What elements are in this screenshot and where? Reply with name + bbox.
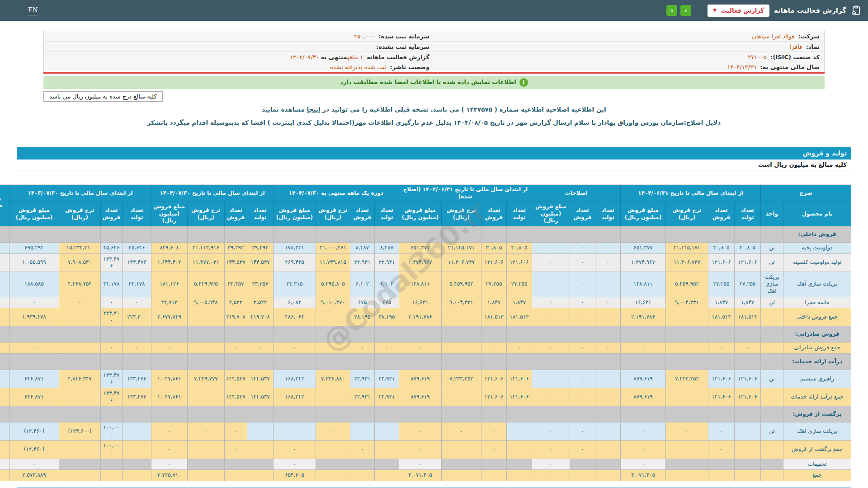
value-cell: ۲۲,۹۳۱	[374, 388, 399, 406]
column-sub-header: مبلغ فروش (میلیون ریال)	[273, 202, 316, 226]
value-cell	[532, 353, 570, 370]
value-cell: ۲۲,۹۳۱	[374, 253, 399, 272]
issuer-status-cell: وضعیت ناشر: ثبت شده پذیرفته نشده	[44, 62, 434, 73]
value-cell: ۲۶۹,۴۳۵	[273, 253, 316, 272]
value-cell	[595, 441, 620, 459]
value-cell: ۰	[399, 422, 441, 441]
status-cell	[0, 326, 9, 343]
column-sub-header: مبلغ فروش (میلیون ریال)	[532, 202, 570, 226]
value-cell	[59, 343, 100, 354]
status-cell: تولید	[0, 253, 9, 272]
column-sub-header: مبلغ فروش (میلیون ریال)	[399, 202, 441, 226]
table-row: راهبري سیستمتن۱۲۱,۶۰۶۱۲۱,۶۰۶۷,۲۳۳,۳۵۲۸۷۹…	[0, 370, 851, 388]
unit-cell	[760, 441, 783, 459]
value-cell	[734, 470, 760, 481]
value-cell	[506, 406, 532, 422]
product-name-cell: دولومیت پخته	[783, 242, 851, 253]
value-cell	[316, 326, 350, 343]
value-cell	[708, 459, 734, 470]
value-cell: ۸۷۹,۶۱۹	[620, 370, 665, 388]
column-sub-header: نرخ فروش (ریال)	[441, 202, 481, 226]
value-cell: ۱۲۱,۶۰۶	[481, 253, 506, 272]
column-group-header: شرح	[760, 185, 851, 202]
value-cell: ۴۵,۶۴۶	[122, 242, 151, 253]
value-cell: ۰	[665, 422, 708, 441]
value-cell: ۱,۸۴۷	[734, 297, 760, 308]
value-cell	[506, 326, 532, 343]
report-period-prefix: گزارش فعالیت ماهانه	[367, 54, 429, 61]
value-cell: ۸,۴۸۷	[374, 242, 399, 253]
revision-reason: دلایل اصلاح:سازمان بورس واوراق بهادار با…	[0, 119, 868, 126]
value-cell: ۰	[570, 272, 595, 297]
value-cell	[506, 422, 532, 441]
value-cell: ۶۵۴,۳۰۵	[273, 470, 316, 481]
status-cell	[0, 441, 9, 459]
column-sub-header: نرخ فروش (ریال)	[59, 202, 100, 226]
value-cell: ۰	[273, 343, 316, 354]
value-cell: ۰	[399, 459, 441, 470]
value-cell	[374, 406, 399, 422]
value-cell	[665, 388, 708, 406]
report-type-dropdown[interactable]: گزارش فعالیت ▼	[708, 5, 769, 17]
column-group-header: دوره یک ماهه منتهی به ۱۴۰۴/۰۷/۳۰	[273, 185, 399, 202]
value-cell	[570, 406, 595, 422]
value-cell: ۰	[151, 459, 187, 470]
value-cell: ۸۷۹,۶۱۹	[399, 370, 441, 388]
signed-match-text: اطلاعات نمایش داده شده با اطلاعات امضا ش…	[340, 79, 516, 85]
table-row: تخفیفات۰۰۰۰۰۰	[0, 459, 851, 470]
column-sub-header: تعداد فروش	[100, 202, 122, 226]
value-cell: ۷,۲۴۹,۷۷۷	[187, 370, 224, 388]
previous-version-link[interactable]: اینجا	[307, 106, 321, 113]
value-cell: ۲,۱۹۱,۷۸۶	[620, 308, 665, 326]
table-row: تولید دولومیت کلسینهتن۱۲۱,۶۰۶۱۲۱,۶۰۶۱۱,۳…	[0, 253, 851, 272]
unit-cell	[760, 343, 783, 354]
value-cell	[151, 406, 187, 422]
registered-capital-label: سرمایه ثبت شده:	[378, 33, 429, 40]
fiscal-year-label: سال مالی منتهی به:	[760, 64, 820, 70]
value-cell	[481, 470, 506, 481]
report-period-date: ۱۴۰۴/۰۷/۳۰	[290, 54, 319, 61]
value-cell: ۱۱,۳۰۶,۷۳۷	[665, 253, 708, 272]
column-sub-header: مبلغ فروش (میلیون ریال)	[151, 202, 187, 226]
value-cell: ۱,۸۴۷	[506, 297, 532, 308]
value-cell: ۰	[532, 422, 570, 441]
next-report-button[interactable]: ›	[680, 5, 691, 16]
value-cell	[374, 326, 399, 343]
amounts-note-row: کلیه مبالغ درج شده به میلیون ریال می باش…	[43, 91, 825, 102]
table-row: کد صنعت (ISIC): ۲۷۱۰۰۵ گزارش فعالیت ماها…	[44, 52, 825, 62]
company-info: شرکت: فولاد افزا سپاهان سرمایه ثبت شده: …	[43, 31, 825, 74]
unregistered-capital-label: سرمایه ثبت نشده:	[376, 43, 429, 50]
column-sub-header: تعداد فروش	[481, 202, 506, 226]
value-cell: ۱۴۴,۵۳۷	[224, 370, 247, 388]
column-group-header: اصلاحات	[532, 185, 620, 202]
value-cell: ۱۸۱,۵۱۳	[506, 308, 532, 326]
value-cell	[316, 226, 350, 242]
value-cell: ۰	[187, 422, 224, 441]
value-cell: ۰	[224, 422, 247, 441]
unit-cell	[760, 388, 783, 406]
value-cell: ۱۳۳,۴۷۶	[122, 370, 151, 388]
value-cell	[481, 406, 506, 422]
language-toggle[interactable]: EN	[28, 6, 38, 15]
gap	[17, 170, 851, 184]
report-period-cell: گزارش فعالیت ماهانه ۱ ماههمنتهی به۱۴۰۴/۰…	[44, 52, 434, 62]
value-cell	[187, 343, 224, 354]
value-cell	[595, 226, 620, 242]
value-cell: ۱,۰۵۵,۵۹۹	[9, 253, 59, 272]
column-group-header: از ابتدای سال مالی تا تاریخ ۱۴۰۳/۰۷/۳۰	[9, 185, 151, 202]
value-cell: ۶۷۵	[350, 297, 374, 308]
value-cell	[122, 470, 151, 481]
unit-cell: تن	[760, 370, 783, 388]
prev-report-button[interactable]: ‹	[666, 5, 677, 16]
value-cell	[224, 470, 247, 481]
value-cell	[620, 226, 665, 242]
value-cell: ۴۴,۱۷۸	[100, 272, 122, 297]
value-cell: ۰	[399, 343, 441, 354]
unit-cell	[760, 308, 783, 326]
fiscal-year-cell: سال مالی منتهی به: ۱۴۰۴/۱۲/۲۹	[434, 62, 825, 73]
value-cell	[224, 226, 247, 242]
product-name-cell: جمع فروش صادراتی	[783, 343, 851, 354]
value-cell: ۱۴۴,۵۳۷	[224, 388, 247, 406]
value-cell: ۶,۱۰۲	[350, 272, 374, 297]
status-cell: تولید	[0, 422, 9, 441]
